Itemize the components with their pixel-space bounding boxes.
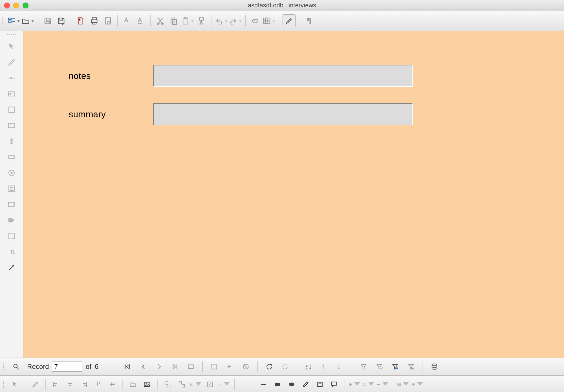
data-source-button[interactable] bbox=[428, 360, 441, 373]
chevron-down-icon[interactable] bbox=[195, 380, 202, 389]
chevron-down-icon[interactable] bbox=[17, 17, 20, 25]
push-button-tool[interactable] bbox=[5, 151, 18, 164]
cut-button[interactable] bbox=[154, 15, 167, 27]
new-record-button[interactable] bbox=[184, 360, 197, 373]
image-control-tool[interactable] bbox=[5, 214, 18, 227]
align-middle-button[interactable] bbox=[106, 378, 119, 391]
label-field-tool[interactable] bbox=[5, 87, 18, 100]
save-record-button[interactable] bbox=[208, 360, 221, 373]
chevron-down-icon[interactable] bbox=[353, 380, 361, 389]
checkbox-tool[interactable] bbox=[5, 103, 18, 116]
undo-button[interactable] bbox=[215, 15, 228, 27]
freeform-button[interactable] bbox=[218, 378, 230, 391]
arrow-shapes-button[interactable] bbox=[377, 378, 389, 391]
autofilter-button[interactable] bbox=[357, 360, 370, 373]
copy-button[interactable] bbox=[168, 15, 180, 27]
symbol-shapes-button[interactable] bbox=[362, 378, 375, 391]
exit-group-button[interactable] bbox=[204, 378, 216, 391]
record-number-input[interactable] bbox=[52, 362, 82, 372]
last-record-button[interactable] bbox=[169, 360, 182, 373]
minimize-window-button[interactable] bbox=[13, 3, 19, 8]
sort-desc-button[interactable] bbox=[334, 360, 347, 373]
align-right-button[interactable] bbox=[78, 378, 90, 391]
chevron-down-icon[interactable] bbox=[416, 380, 424, 389]
more-controls-tool[interactable]: + bbox=[5, 230, 18, 243]
zoom-window-button[interactable] bbox=[23, 3, 29, 8]
paste-button[interactable] bbox=[181, 15, 194, 27]
sort-asc-button[interactable] bbox=[318, 360, 331, 373]
form-design-button[interactable] bbox=[7, 15, 20, 27]
align-center-button[interactable] bbox=[64, 378, 76, 391]
refresh-button[interactable] bbox=[263, 360, 276, 373]
align-top-button[interactable] bbox=[92, 378, 104, 391]
form-canvas[interactable]: notes summary bbox=[23, 31, 564, 358]
edit-tool[interactable] bbox=[5, 56, 18, 69]
close-window-button[interactable] bbox=[4, 3, 10, 8]
spellcheck-button[interactable] bbox=[121, 15, 134, 27]
redo-button[interactable] bbox=[229, 15, 242, 27]
delete-record-button[interactable] bbox=[239, 360, 252, 373]
select-draw-button[interactable] bbox=[8, 378, 21, 391]
chevron-down-icon[interactable] bbox=[382, 380, 389, 389]
chevron-down-icon[interactable] bbox=[402, 380, 410, 389]
hyperlink-button[interactable] bbox=[249, 15, 261, 27]
edit-points-button[interactable] bbox=[29, 378, 41, 391]
enter-group-button[interactable] bbox=[190, 378, 202, 391]
option-button-tool[interactable] bbox=[5, 166, 18, 179]
text-draw-button[interactable]: T bbox=[314, 378, 326, 391]
callout-draw-button[interactable] bbox=[328, 378, 340, 391]
notes-input[interactable] bbox=[153, 65, 413, 87]
toolbar-grip[interactable] bbox=[2, 15, 5, 27]
3d-objects-button[interactable] bbox=[411, 378, 424, 391]
list-box-tool[interactable] bbox=[5, 182, 18, 195]
clone-formatting-button[interactable] bbox=[195, 15, 208, 27]
pencil-draw-button[interactable] bbox=[300, 378, 312, 391]
chevron-down-icon[interactable] bbox=[368, 380, 375, 389]
remove-filter-button[interactable] bbox=[405, 360, 417, 373]
chevron-down-icon[interactable] bbox=[191, 17, 194, 25]
toolbar-grip[interactable] bbox=[5, 34, 19, 36]
export-pdf-button[interactable] bbox=[75, 15, 87, 27]
chevron-down-icon[interactable] bbox=[223, 380, 230, 389]
wizard-tool[interactable] bbox=[5, 261, 18, 274]
form-based-filter-button[interactable] bbox=[389, 360, 402, 373]
rect-draw-button[interactable] bbox=[271, 378, 284, 391]
find-record-button[interactable] bbox=[10, 360, 23, 373]
undo-record-button[interactable] bbox=[224, 360, 237, 373]
vertical-text-tool[interactable]: T bbox=[5, 245, 18, 258]
toolbar-grip[interactable] bbox=[3, 379, 6, 390]
combo-box-tool[interactable] bbox=[5, 198, 18, 211]
text-box-tool[interactable]: T bbox=[5, 119, 18, 132]
sort-button[interactable]: az bbox=[302, 360, 315, 373]
refresh-control-button[interactable] bbox=[279, 360, 292, 373]
print-button[interactable] bbox=[88, 15, 100, 27]
formatting-marks-button[interactable] bbox=[303, 15, 315, 27]
align-left-button[interactable] bbox=[50, 378, 62, 391]
basic-shapes-button[interactable] bbox=[348, 378, 361, 391]
chevron-down-icon[interactable] bbox=[224, 17, 228, 25]
chevron-down-icon[interactable] bbox=[239, 17, 242, 25]
select-tool[interactable] bbox=[5, 40, 18, 53]
form-canvas-scroll[interactable]: notes summary bbox=[23, 31, 564, 358]
insert-table-button[interactable] bbox=[397, 378, 410, 391]
prev-record-button[interactable] bbox=[137, 360, 150, 373]
save-as-button[interactable] bbox=[55, 15, 67, 27]
first-record-button[interactable] bbox=[121, 360, 134, 373]
summary-input[interactable] bbox=[153, 103, 413, 125]
line-draw-button[interactable] bbox=[257, 378, 270, 391]
open-draw-folder-button[interactable] bbox=[127, 378, 139, 391]
table-button[interactable] bbox=[263, 15, 276, 27]
toolbar-grip[interactable] bbox=[3, 361, 6, 372]
apply-filter-button[interactable] bbox=[373, 360, 386, 373]
auto-spellcheck-button[interactable] bbox=[135, 15, 147, 27]
print-preview-button[interactable] bbox=[102, 15, 114, 27]
chevron-down-icon[interactable] bbox=[272, 17, 276, 25]
line-tool[interactable] bbox=[5, 72, 18, 85]
highlighting-button[interactable] bbox=[283, 14, 296, 27]
currency-field-tool[interactable]: $ bbox=[5, 135, 18, 148]
chevron-down-icon[interactable] bbox=[31, 17, 34, 25]
ellipse-draw-button[interactable] bbox=[285, 378, 298, 391]
insert-image-button[interactable] bbox=[141, 378, 153, 391]
save-button[interactable] bbox=[41, 15, 54, 27]
open-button[interactable] bbox=[21, 15, 34, 27]
